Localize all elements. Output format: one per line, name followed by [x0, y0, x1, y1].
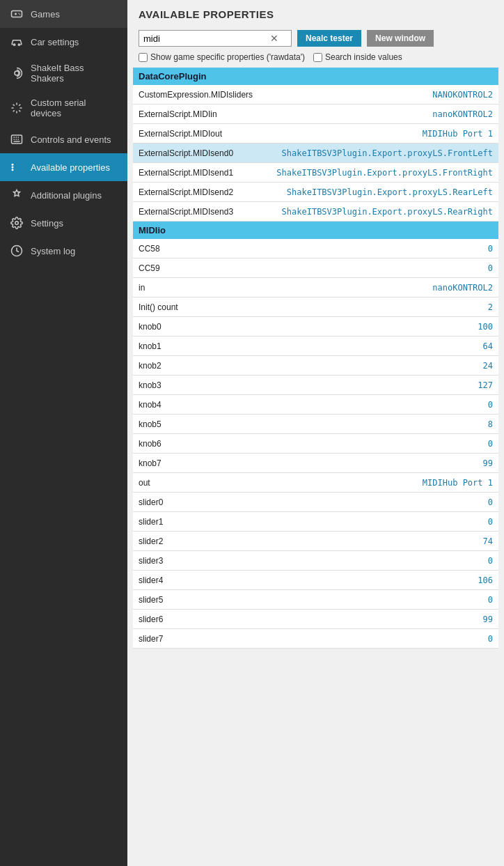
property-name: slider1 [139, 517, 163, 527]
property-name: slider5 [139, 595, 163, 605]
sidebar-label-available-properties: Available properties [31, 162, 110, 173]
table-row[interactable]: Init() count2 [133, 297, 498, 317]
sidebar-label-system-log: System log [31, 246, 75, 256]
property-name: slider6 [139, 614, 163, 624]
svg-point-3 [14, 44, 15, 45]
table-row[interactable]: ExternalScript.MIDIsend2ShakeITBSV3Plugi… [133, 183, 498, 202]
property-name: ExternalScript.MIDIsend1 [139, 168, 233, 178]
show-game-specific-label[interactable]: Show game specific properties ('rawdata'… [139, 52, 305, 62]
page-title: AVAILABLE PROPERTIES [127, 0, 504, 26]
property-value: 24 [483, 361, 493, 371]
property-name: slider0 [139, 497, 163, 507]
table-row[interactable]: slider70 [133, 629, 498, 649]
properties-container: DataCorePluginCustomExpression.MIDIslide… [127, 68, 504, 649]
property-name: knob4 [139, 400, 162, 410]
sidebar-label-car-settings: Car settings [31, 37, 79, 47]
settings-icon [10, 216, 24, 230]
sidebar-item-car-settings[interactable]: Car settings [0, 28, 127, 56]
table-row[interactable]: ExternalScript.MIDIsend1ShakeITBSV3Plugi… [133, 163, 498, 183]
table-row[interactable]: slider274 [133, 532, 498, 551]
table-row[interactable]: outMIDIHub Port 1 [133, 473, 498, 493]
property-value: 0 [488, 634, 493, 644]
property-name: ExternalScript.MIDIin [139, 109, 217, 119]
property-name: knob2 [139, 361, 162, 371]
table-row[interactable]: slider50 [133, 590, 498, 610]
table-row[interactable]: knob3127 [133, 376, 498, 395]
svg-point-5 [15, 71, 19, 75]
property-name: out [139, 478, 150, 488]
search-inside-label[interactable]: Search inside values [313, 52, 402, 62]
property-value: 2 [488, 302, 493, 312]
sidebar-item-controls-events[interactable]: Controls and events [0, 125, 127, 153]
property-value: 0 [488, 244, 493, 254]
property-value: 0 [488, 400, 493, 410]
property-name: ExternalScript.MIDIsend3 [139, 207, 233, 217]
sidebar-item-shakeit[interactable]: ShakeIt Bass Shakers [0, 56, 127, 91]
property-name: knob5 [139, 419, 162, 429]
table-row[interactable]: slider00 [133, 493, 498, 512]
table-row[interactable]: knob0100 [133, 317, 498, 337]
games-icon [10, 7, 24, 21]
search-clear-icon[interactable]: ✕ [269, 33, 280, 44]
property-name: ExternalScript.MIDIout [139, 129, 222, 139]
property-name: slider4 [139, 575, 163, 585]
property-value: 0 [488, 595, 493, 605]
sidebar-label-controls-events: Controls and events [31, 134, 111, 145]
property-value: MIDIHub Port 1 [423, 129, 493, 139]
table-row[interactable]: ExternalScript.MIDIsend3ShakeITBSV3Plugi… [133, 202, 498, 222]
property-name: CC58 [139, 244, 160, 254]
controls-events-icon [10, 132, 24, 146]
new-window-button[interactable]: New window [367, 30, 434, 47]
toolbar: ✕ Nealc tester New window [127, 26, 504, 52]
property-name: ExternalScript.MIDIsend2 [139, 187, 233, 197]
property-value: MIDIHub Port 1 [423, 478, 493, 488]
sidebar-item-games[interactable]: Games [0, 0, 127, 28]
table-row[interactable]: slider699 [133, 610, 498, 629]
search-inside-checkbox[interactable] [313, 53, 322, 62]
svg-point-7 [12, 164, 14, 166]
table-row[interactable]: innanoKONTROL2 [133, 278, 498, 297]
table-row[interactable]: knob60 [133, 434, 498, 454]
svg-point-10 [15, 222, 19, 225]
table-row[interactable]: knob40 [133, 395, 498, 415]
property-name: slider2 [139, 536, 163, 546]
property-value: 106 [478, 575, 493, 585]
tester-button[interactable]: Nealc tester [297, 30, 361, 47]
sidebar-label-custom-serial: Custom serial devices [31, 98, 118, 118]
property-name: in [139, 283, 145, 293]
property-value: 0 [488, 517, 493, 527]
table-row[interactable]: ExternalScript.MIDIsend0ShakeITBSV3Plugi… [133, 144, 498, 163]
property-value: NANOKONTROL2 [432, 90, 493, 100]
property-name: CustomExpression.MIDIsliders [139, 90, 253, 100]
table-row[interactable]: slider30 [133, 551, 498, 571]
sidebar-item-additional-plugins[interactable]: Additional plugins [0, 181, 127, 209]
property-value: 99 [483, 458, 493, 468]
table-row[interactable]: slider10 [133, 512, 498, 532]
section-header-MIDIio: MIDIio [133, 222, 498, 239]
sidebar-label-settings: Settings [31, 218, 63, 229]
table-row[interactable]: ExternalScript.MIDIoutMIDIHub Port 1 [133, 124, 498, 144]
table-row[interactable]: knob224 [133, 356, 498, 376]
additional-plugins-icon [10, 188, 24, 202]
sidebar-item-available-properties[interactable]: Available properties [0, 153, 127, 181]
property-value: 0 [488, 556, 493, 566]
property-value: 74 [483, 536, 493, 546]
sidebar-item-system-log[interactable]: System log [0, 237, 127, 265]
table-row[interactable]: knob799 [133, 454, 498, 473]
table-row[interactable]: slider4106 [133, 571, 498, 590]
property-value: 0 [488, 439, 493, 449]
property-value: nanoKONTROL2 [432, 283, 493, 293]
table-row[interactable]: CC590 [133, 258, 498, 278]
show-game-specific-checkbox[interactable] [139, 53, 148, 62]
main-content: AVAILABLE PROPERTIES ✕ Nealc tester New … [127, 0, 504, 866]
table-row[interactable]: CustomExpression.MIDIslidersNANOKONTROL2 [133, 85, 498, 105]
table-row[interactable]: CC580 [133, 239, 498, 258]
table-row[interactable]: knob58 [133, 415, 498, 434]
sidebar-item-custom-serial[interactable]: Custom serial devices [0, 91, 127, 125]
table-row[interactable]: ExternalScript.MIDIinnanoKONTROL2 [133, 105, 498, 124]
property-name: slider3 [139, 556, 163, 566]
svg-point-4 [18, 44, 19, 45]
sidebar-item-settings[interactable]: Settings [0, 209, 127, 237]
search-input[interactable] [143, 33, 269, 44]
table-row[interactable]: knob164 [133, 337, 498, 356]
